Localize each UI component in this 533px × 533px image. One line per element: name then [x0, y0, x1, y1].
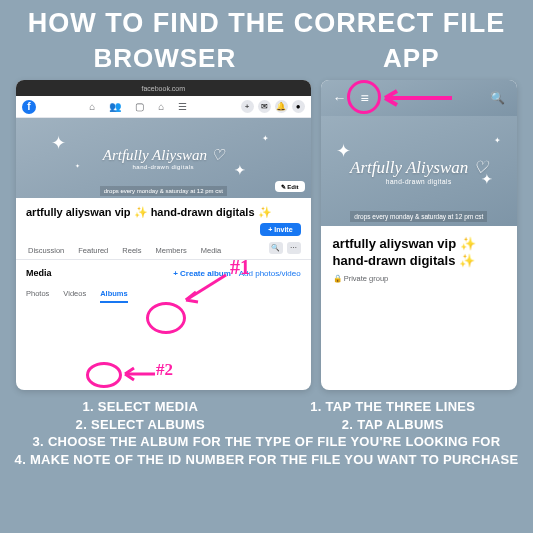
create-album-link[interactable]: + Create album [173, 269, 231, 278]
sparkle-icon: ✦ [262, 134, 269, 143]
main-title: HOW TO FIND THE CORRECT FILE [0, 0, 533, 43]
instr-a2: 2. TAP ALBUMS [267, 416, 520, 434]
group-title: artfully aliyswan vip ✨ hand-drawn digit… [16, 198, 311, 223]
app-panel: ← ≡ 🔍 ✦ ✦ ✦ Artfully Aliyswan ♡ hand-dra… [321, 80, 517, 390]
home-icon[interactable]: ⌂ [89, 101, 95, 112]
sparkle-icon: ✦ [51, 132, 66, 154]
fb-logo-icon[interactable]: f [22, 100, 36, 114]
instructions-app: 1. TAP THE THREE LINES 2. TAP ALBUMS [267, 398, 520, 433]
browser-url: facebook.com [142, 85, 186, 92]
subtitle-app: APP [383, 43, 439, 74]
app-cover-image: ✦ ✦ ✦ Artfully Aliyswan ♡ hand-drawn dig… [321, 116, 517, 226]
hamburger-icon[interactable]: ≡ [361, 90, 369, 106]
instructions: 1. SELECT MEDIA 2. SELECT ALBUMS 1. TAP … [0, 390, 533, 468]
instructions-browser: 1. SELECT MEDIA 2. SELECT ALBUMS [14, 398, 267, 433]
back-icon[interactable]: ← [333, 90, 347, 106]
browser-panel: facebook.com f ⌂ 👥 ▢ ⌂ ☰ + ✉ 🔔 ● ✦ ✦ ✦ ✦… [16, 80, 311, 390]
app-privacy-label: 🔒 Private group [321, 272, 517, 293]
sparkle-icon: ✦ [494, 136, 501, 145]
app-group-title-line2: hand-drawn digitals ✨ [333, 253, 505, 270]
instr-b2: 2. SELECT ALBUMS [14, 416, 267, 434]
messenger-icon[interactable]: ✉ [258, 100, 271, 113]
more-icon[interactable]: ⋯ [287, 242, 301, 254]
sparkle-icon: ✦ [234, 162, 246, 178]
annotation-tag-2: #2 [156, 360, 173, 380]
app-cover-brand: Artfully Aliyswan ♡ [350, 157, 487, 178]
tab-featured[interactable]: Featured [76, 242, 110, 259]
app-group-title-line1: artfully aliyswan vip ✨ [333, 236, 505, 253]
media-tab-videos[interactable]: Videos [63, 286, 86, 303]
plus-icon[interactable]: + [241, 100, 254, 113]
browser-chrome: facebook.com [16, 80, 311, 96]
market-icon[interactable]: ⌂ [158, 101, 164, 112]
subtitle-row: BROWSER APP [0, 43, 533, 80]
invite-button[interactable]: + Invite [260, 223, 300, 236]
media-section: Media + Create album Add photos/video Ph… [16, 260, 311, 311]
avatar-icon[interactable]: ● [292, 100, 305, 113]
search-icon[interactable]: 🔍 [490, 91, 505, 105]
add-photos-link[interactable]: Add photos/video [239, 269, 301, 278]
cover-drop-text: drops every monday & saturday at 12 pm c… [100, 186, 227, 196]
instr-s2: 4. MAKE NOTE OF THE ID NUMBER FOR THE FI… [14, 451, 519, 469]
edit-button[interactable]: ✎ Edit [275, 181, 305, 192]
instr-s1: 3. CHOOSE THE ALBUM FOR THE TYPE OF FILE… [14, 433, 519, 451]
annotation-circle-albums [86, 362, 122, 388]
subtitle-browser: BROWSER [93, 43, 236, 74]
app-group-title: artfully aliyswan vip ✨ hand-drawn digit… [321, 226, 517, 272]
group-tabs: Discussion Featured Reels Members Media … [16, 242, 311, 260]
cover-brand: Artfully Aliyswan ♡ [103, 146, 224, 164]
tab-members[interactable]: Members [153, 242, 188, 259]
sparkle-icon: ✦ [75, 162, 80, 169]
cover-subtitle: hand-drawn digitals [133, 164, 195, 170]
cover-image: ✦ ✦ ✦ ✦ Artfully Aliyswan ♡ hand-drawn d… [16, 118, 311, 198]
tab-discussion[interactable]: Discussion [26, 242, 66, 259]
app-cover-drop: drops every monday & saturday at 12 pm c… [350, 211, 487, 222]
media-tab-photos[interactable]: Photos [26, 286, 49, 303]
instr-b1: 1. SELECT MEDIA [14, 398, 267, 416]
bell-icon[interactable]: 🔔 [275, 100, 288, 113]
instr-a1: 1. TAP THE THREE LINES [267, 398, 520, 416]
media-tab-albums[interactable]: Albums [100, 286, 128, 303]
app-cover-subtitle: hand-drawn digitals [386, 178, 452, 185]
video-icon[interactable]: ▢ [135, 101, 144, 112]
groups-icon[interactable]: ☰ [178, 101, 187, 112]
fb-topbar: f ⌂ 👥 ▢ ⌂ ☰ + ✉ 🔔 ● [16, 96, 311, 118]
annotation-arrow-2 [120, 366, 160, 386]
app-topbar: ← ≡ 🔍 [321, 80, 517, 116]
tab-reels[interactable]: Reels [120, 242, 143, 259]
tab-media[interactable]: Media [199, 242, 223, 259]
search-icon[interactable]: 🔍 [269, 242, 283, 254]
friends-icon[interactable]: 👥 [109, 101, 121, 112]
media-heading: Media [26, 268, 52, 278]
